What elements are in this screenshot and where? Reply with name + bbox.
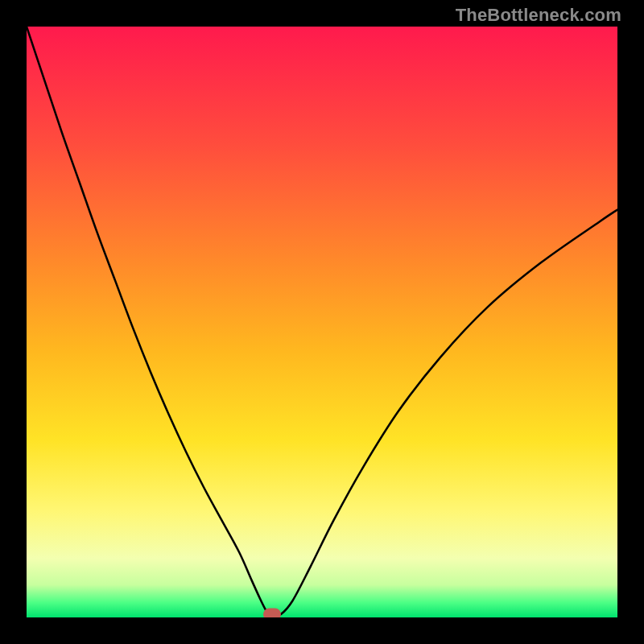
watermark-text: TheBottleneck.com xyxy=(456,5,621,26)
frame: TheBottleneck.com xyxy=(0,0,644,644)
bottleneck-curve xyxy=(27,27,617,617)
optimal-point-marker xyxy=(263,609,281,617)
plot-area xyxy=(27,27,617,617)
